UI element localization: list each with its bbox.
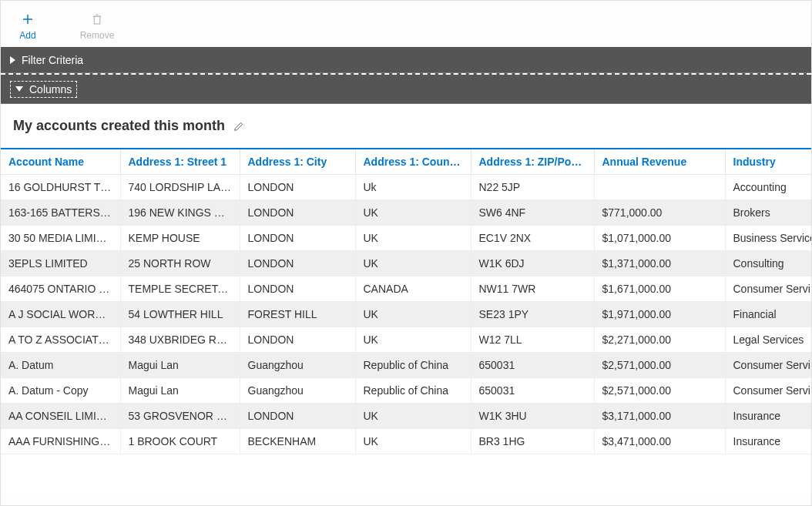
add-button[interactable]: Add xyxy=(8,12,47,41)
table-row[interactable]: A. DatumMagui LanGuangzhouRepublic of Ch… xyxy=(1,353,811,378)
cell-zip: 650031 xyxy=(471,378,594,404)
cell-city: LONDON xyxy=(240,226,355,251)
cell-city: BECKENHAM xyxy=(240,429,355,454)
cell-country: UK xyxy=(355,404,471,429)
cell-zip: 650031 xyxy=(471,353,594,378)
cell-industry: Consumer Services xyxy=(725,378,811,404)
table-row[interactable]: 16 GOLDHURST TER...740 LORDSHIP LANELOND… xyxy=(1,175,811,200)
cell-industry: Consumer Services xyxy=(725,276,811,302)
cell-industry: Consumer Services xyxy=(725,353,811,378)
results-grid[interactable]: Account Name Address 1: Street 1 Address… xyxy=(1,149,811,493)
results-table: Account Name Address 1: Street 1 Address… xyxy=(1,149,811,454)
cell-country: Uk xyxy=(355,175,471,200)
cell-zip: N22 5JP xyxy=(471,175,594,200)
cell-revenue: $2,571,000.00 xyxy=(594,378,725,404)
cell-street: 25 NORTH ROW xyxy=(120,251,240,276)
cell-street: 54 LOWTHER HILL xyxy=(120,302,240,327)
cell-zip: SW6 4NF xyxy=(471,200,594,226)
cell-city: FOREST HILL xyxy=(240,302,355,327)
columns-toggle[interactable]: Columns xyxy=(10,81,77,98)
cell-revenue: $3,171,000.00 xyxy=(594,404,725,429)
filter-criteria-section[interactable]: Filter Criteria xyxy=(1,47,811,73)
cell-revenue: $1,071,000.00 xyxy=(594,226,725,251)
table-row[interactable]: 163-165 BATTERSEA...196 NEW KINGS RO...L… xyxy=(1,200,811,226)
table-row[interactable]: A TO Z ASSOCIATED...348 UXBRIDEG ROADLON… xyxy=(1,327,811,353)
col-industry[interactable]: Industry xyxy=(725,149,811,175)
add-button-label: Add xyxy=(19,30,35,41)
cell-account: 16 GOLDHURST TER... xyxy=(1,175,120,200)
cell-revenue xyxy=(594,175,725,200)
cell-city: Guangzhou xyxy=(240,353,355,378)
plus-icon xyxy=(21,12,35,28)
cell-industry: Insurance xyxy=(725,404,811,429)
cell-street: Magui Lan xyxy=(120,353,240,378)
table-row[interactable]: 3EPLS LIMITED25 NORTH ROWLONDONUKW1K 6DJ… xyxy=(1,251,811,276)
cell-industry: Legal Services xyxy=(725,327,811,353)
horizontal-scrollbar[interactable] xyxy=(1,493,811,505)
col-street[interactable]: Address 1: Street 1 xyxy=(120,149,240,175)
cell-street: 53 GROSVENOR STR... xyxy=(120,404,240,429)
cell-street: 740 LORDSHIP LANE xyxy=(120,175,240,200)
cell-zip: EC1V 2NX xyxy=(471,226,594,251)
cell-account: AA CONSEIL LIMITED xyxy=(1,404,120,429)
cell-account: A. Datum xyxy=(1,353,120,378)
cell-revenue: $2,571,000.00 xyxy=(594,353,725,378)
cell-street: KEMP HOUSE xyxy=(120,226,240,251)
cell-zip: NW11 7WR xyxy=(471,276,594,302)
table-row[interactable]: A J SOCIAL WORK L...54 LOWTHER HILLFORES… xyxy=(1,302,811,327)
col-city[interactable]: Address 1: City xyxy=(240,149,355,175)
cell-street: TEMPLE SECRETARIE... xyxy=(120,276,240,302)
cell-industry: Accounting xyxy=(725,175,811,200)
col-zip[interactable]: Address 1: ZIP/Post... xyxy=(471,149,594,175)
table-row[interactable]: A. Datum - CopyMagui LanGuangzhouRepubli… xyxy=(1,378,811,404)
cell-industry: Insurance xyxy=(725,429,811,454)
cell-city: LONDON xyxy=(240,200,355,226)
cell-zip: W1K 3HU xyxy=(471,404,594,429)
cell-zip: SE23 1PY xyxy=(471,302,594,327)
cell-city: LONDON xyxy=(240,251,355,276)
col-account-name[interactable]: Account Name xyxy=(1,149,120,175)
columns-section[interactable]: Columns xyxy=(1,73,811,104)
cell-city: LONDON xyxy=(240,175,355,200)
cell-country: UK xyxy=(355,226,471,251)
cell-industry: Brokers xyxy=(725,200,811,226)
cell-city: Guangzhou xyxy=(240,378,355,404)
cell-country: CANADA xyxy=(355,276,471,302)
toolbar: Add Remove xyxy=(1,1,811,47)
table-row[interactable]: AA CONSEIL LIMITED53 GROSVENOR STR...LON… xyxy=(1,404,811,429)
header-row: Account Name Address 1: Street 1 Address… xyxy=(1,149,811,175)
table-row[interactable]: AAA FURNISHINGS ...1 BROOK COURTBECKENHA… xyxy=(1,429,811,454)
cell-street: 196 NEW KINGS RO... xyxy=(120,200,240,226)
svg-rect-2 xyxy=(94,16,100,24)
cell-account: 30 50 MEDIA LIMITED xyxy=(1,226,120,251)
chevron-down-icon xyxy=(15,86,23,92)
cell-account: A TO Z ASSOCIATED... xyxy=(1,327,120,353)
filter-criteria-label: Filter Criteria xyxy=(22,54,83,66)
table-row[interactable]: 30 50 MEDIA LIMITEDKEMP HOUSELONDONUKEC1… xyxy=(1,226,811,251)
columns-label: Columns xyxy=(29,83,72,96)
cell-street: 348 UXBRIDEG ROAD xyxy=(120,327,240,353)
col-country[interactable]: Address 1: Country/... xyxy=(355,149,471,175)
cell-city: LONDON xyxy=(240,276,355,302)
pencil-icon[interactable] xyxy=(233,120,245,132)
cell-revenue: $3,471,000.00 xyxy=(594,429,725,454)
cell-zip: W1K 6DJ xyxy=(471,251,594,276)
col-revenue[interactable]: Annual Revenue xyxy=(594,149,725,175)
remove-button: Remove xyxy=(78,12,116,41)
cell-account: 464075 ONTARIO LI... xyxy=(1,276,120,302)
cell-zip: W12 7LL xyxy=(471,327,594,353)
view-title: My accounts created this month xyxy=(1,104,811,149)
cell-country: UK xyxy=(355,327,471,353)
cell-street: 1 BROOK COURT xyxy=(120,429,240,454)
cell-revenue: $1,671,000.00 xyxy=(594,276,725,302)
cell-industry: Financial xyxy=(725,302,811,327)
cell-account: 163-165 BATTERSEA... xyxy=(1,200,120,226)
cell-country: UK xyxy=(355,200,471,226)
cell-country: Republic of China xyxy=(355,353,471,378)
cell-revenue: $1,371,000.00 xyxy=(594,251,725,276)
cell-account: A. Datum - Copy xyxy=(1,378,120,404)
cell-country: UK xyxy=(355,429,471,454)
table-row[interactable]: 464075 ONTARIO LI...TEMPLE SECRETARIE...… xyxy=(1,276,811,302)
cell-revenue: $1,971,000.00 xyxy=(594,302,725,327)
remove-button-label: Remove xyxy=(80,30,115,41)
